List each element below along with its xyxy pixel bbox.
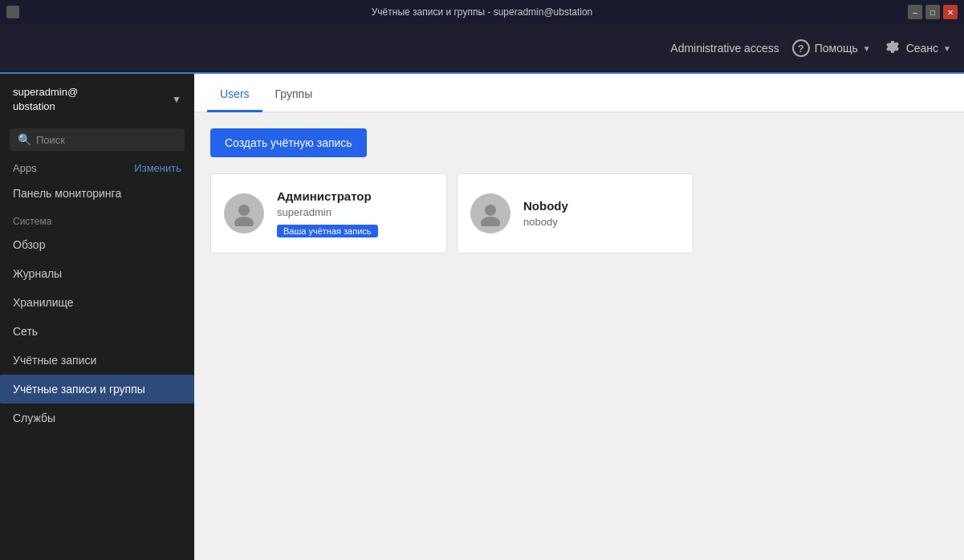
tabs-bar: Users Группы (194, 74, 964, 112)
help-button[interactable]: ? Помощь ▼ (792, 39, 871, 57)
admin-access-label: Administrative access (670, 42, 779, 55)
user-info: Администратор superadmin Ваша учётная за… (277, 189, 378, 237)
maximize-button[interactable]: □ (925, 5, 940, 19)
sidebar-item-services[interactable]: Службы (0, 404, 194, 432)
avatar (224, 193, 264, 233)
help-icon: ? (792, 39, 810, 57)
user-card-nobody[interactable]: Nobody nobody (457, 173, 694, 254)
sidebar-item-accounts[interactable]: Учётные записи (0, 346, 194, 375)
user-profile[interactable]: superadmin@ ubstation ▼ (0, 74, 194, 125)
search-icon: 🔍 (18, 133, 31, 146)
sidebar-item-network[interactable]: Сеть (0, 317, 194, 346)
user-profile-name: superadmin@ ubstation (13, 85, 78, 114)
sidebar-item-storage[interactable]: Хранилище (0, 288, 194, 317)
user-login: nobody (523, 216, 568, 228)
app: Administrative access ? Помощь ▼ Сеанс ▼… (0, 24, 964, 560)
help-label: Помощь (815, 42, 858, 55)
search-box[interactable]: 🔍 Поиск (10, 128, 185, 151)
close-button[interactable]: ✕ (943, 5, 958, 19)
apps-row: Apps Изменить (0, 157, 194, 179)
tab-users[interactable]: Users (207, 78, 262, 112)
titlebar: Учётные записи и группы - superadmin@ubs… (0, 0, 964, 24)
system-section-label: Система (0, 208, 194, 230)
user-display-name: Администратор (277, 189, 378, 203)
apps-label: Apps (13, 162, 37, 174)
avatar (470, 193, 510, 233)
titlebar-controls: – □ ✕ (908, 5, 958, 19)
content-area: Создать учётную запись Администратор (194, 112, 964, 560)
svg-point-0 (238, 205, 250, 216)
your-account-badge: Ваша учётная запись (277, 225, 378, 237)
sidebar: superadmin@ ubstation ▼ 🔍 Поиск Apps Изм… (0, 74, 194, 560)
body: superadmin@ ubstation ▼ 🔍 Поиск Apps Изм… (0, 74, 964, 560)
chevron-down-icon: ▼ (863, 44, 871, 53)
svg-point-2 (485, 205, 496, 216)
app-icon (6, 6, 19, 18)
sidebar-item-overview[interactable]: Обзор (0, 230, 194, 259)
titlebar-title: Учётные записи и группы - superadmin@ubs… (372, 6, 593, 18)
svg-point-3 (481, 217, 500, 226)
user-info: Nobody nobody (523, 199, 568, 228)
tab-groups[interactable]: Группы (262, 78, 326, 112)
users-grid: Администратор superadmin Ваша учётная за… (210, 173, 948, 254)
header: Administrative access ? Помощь ▼ Сеанс ▼ (0, 24, 964, 74)
session-label: Сеанс (906, 42, 938, 55)
sidebar-item-monitoring[interactable]: Панель мониторинга (0, 179, 194, 208)
search-placeholder: Поиск (36, 134, 65, 146)
svg-point-1 (234, 217, 254, 226)
user-display-name: Nobody (523, 199, 568, 213)
minimize-button[interactable]: – (908, 5, 922, 19)
user-card-admin[interactable]: Администратор superadmin Ваша учётная за… (210, 173, 447, 254)
user-login: superadmin (277, 206, 378, 218)
chevron-down-icon: ▼ (943, 44, 951, 53)
main-content: Users Группы Создать учётную запись (194, 74, 964, 560)
chevron-down-icon: ▼ (172, 94, 181, 105)
sidebar-item-accounts-groups[interactable]: Учётные записи и группы (0, 375, 194, 404)
create-account-button[interactable]: Создать учётную запись (210, 128, 367, 157)
sidebar-item-logs[interactable]: Журналы (0, 259, 194, 288)
session-button[interactable]: Сеанс ▼ (884, 39, 951, 57)
gear-icon (884, 39, 901, 57)
change-link[interactable]: Изменить (134, 162, 181, 174)
